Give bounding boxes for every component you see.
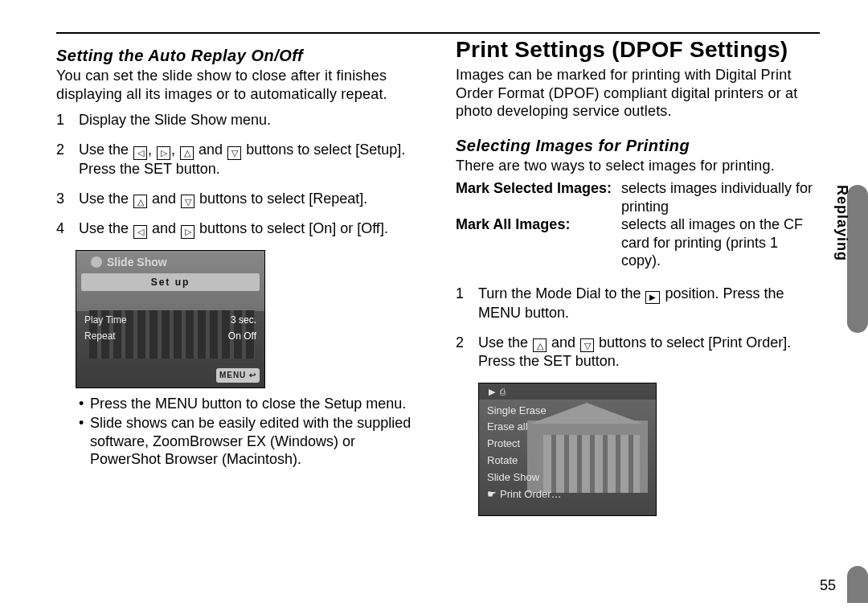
and: and: [148, 220, 180, 236]
step-2-text: Use the ◁, ▷, △ and ▽ buttons to select …: [79, 141, 422, 178]
slide-show-screenshot: Slide Show Set up Play Time3 sec. Repeat…: [76, 250, 265, 388]
r2-pre: Use the: [478, 334, 532, 351]
sep: ,: [171, 141, 179, 158]
down-triangle-icon: ▽: [580, 338, 594, 352]
scr-setup-row: Set up: [81, 273, 260, 291]
scr-menu-list: Single Erase Erase all Protect Rotate Sl…: [487, 403, 562, 503]
and: and: [547, 334, 579, 351]
step-3: 3 Use the △ and ▽ buttons to select [Rep…: [56, 190, 422, 209]
mi-erase-all: Erase all: [487, 419, 562, 436]
right-intro: Images can be marked for printing with D…: [456, 66, 821, 121]
rstep-2-text: Use the △ and ▽ buttons to select [Print…: [478, 334, 821, 371]
bullet-2-text: Slide shows can be easily edited with th…: [90, 414, 422, 469]
scr-title-text: Slide Show: [107, 256, 167, 269]
bullet-1-text: Press the MENU button to close the Setup…: [90, 395, 406, 413]
s3-pre: Use the: [79, 191, 133, 207]
def-mark-all: Mark All Images: selects all images on t…: [456, 215, 821, 270]
def2-text: selects all images on the CF card for pr…: [621, 215, 821, 270]
s4-pre: Use the: [79, 220, 133, 236]
left-bullets: •Press the MENU button to close the Setu…: [79, 395, 422, 469]
left-steps: 1 Display the Slide Show menu. 2 Use the…: [56, 111, 422, 239]
left-intro: You can set the slide show to close afte…: [56, 67, 422, 103]
step-3-text: Use the △ and ▽ buttons to select [Repea…: [79, 190, 367, 209]
scr-rep-r: On Off: [228, 328, 256, 344]
definitions: Mark Selected Images: selects images ind…: [456, 179, 821, 270]
screenshot-menu: Set up Play Time3 sec. RepeatOn Off: [81, 273, 260, 345]
right-title: Print Settings (DPOF Settings): [456, 37, 821, 63]
left-heading: Setting the Auto Replay On/Off: [56, 47, 422, 65]
down-triangle-icon: ▽: [181, 195, 194, 208]
up-triangle-icon: △: [533, 338, 547, 352]
mi-single-erase: Single Erase: [487, 403, 562, 420]
right-triangle-icon: ▷: [157, 146, 170, 160]
left-triangle-icon: ◁: [133, 225, 147, 239]
rstep-1: 1 Turn the Mode Dial to the ▶ position. …: [456, 285, 821, 322]
def2-label: Mark All Images:: [456, 215, 616, 234]
manual-page: Setting the Auto Replay On/Off You can s…: [0, 0, 868, 615]
mi-rotate: Rotate: [487, 453, 562, 469]
step-4-text: Use the ◁ and ▷ buttons to select [On] o…: [79, 219, 388, 239]
play-tab-icon: ▶ ⎙: [489, 387, 506, 397]
s3-post: buttons to select [Repeat].: [195, 191, 367, 207]
mi-protect: Protect: [487, 436, 562, 453]
right-subintro: There are two ways to select images for …: [456, 157, 821, 175]
mi-print-order: ☛Print Order…: [487, 486, 562, 503]
bullet-2: •Slide shows can be easily edited with t…: [79, 414, 422, 469]
step-2: 2 Use the ◁, ▷, △ and ▽ buttons to selec…: [56, 141, 422, 178]
mi-slide-show: Slide Show: [487, 469, 562, 486]
and: and: [194, 141, 227, 158]
rstep-1-text: Turn the Mode Dial to the ▶ position. Pr…: [478, 285, 821, 322]
mi-print-order-text: Print Order…: [500, 488, 562, 500]
scr-play-r: 3 sec.: [231, 312, 256, 328]
scr-setup-text: Set up: [151, 274, 190, 290]
up-triangle-icon: △: [133, 195, 147, 208]
right-subheading: Selecting Images for Printing: [456, 137, 821, 155]
scr-rep-l: Repeat: [84, 328, 116, 344]
projector-icon: [91, 256, 102, 268]
step-1-text: Display the Slide Show menu.: [79, 111, 271, 129]
def1-label: Mark Selected Images:: [456, 179, 616, 198]
down-triangle-icon: ▽: [227, 146, 241, 160]
top-rule: [56, 32, 820, 34]
two-column-layout: Setting the Auto Replay On/Off You can s…: [56, 47, 821, 516]
print-order-screenshot: ▶ ⎙ Single Erase Erase all Protect Rotat…: [478, 383, 657, 516]
def1-text: selects images individually for printing: [621, 179, 821, 215]
right-column: Print Settings (DPOF Settings) Images ca…: [456, 47, 821, 516]
scr-play-l: Play Time: [84, 312, 127, 328]
left-triangle-icon: ◁: [133, 146, 147, 160]
def-mark-selected: Mark Selected Images: selects images ind…: [456, 179, 821, 215]
section-tab-label: Replaying: [833, 185, 850, 261]
s2-pre: Use the: [79, 141, 133, 158]
rstep-2: 2 Use the △ and ▽ buttons to select [Pri…: [456, 334, 821, 371]
step-4: 4 Use the ◁ and ▷ buttons to select [On]…: [56, 219, 422, 239]
step-1: 1 Display the Slide Show menu.: [56, 111, 422, 129]
menu-button-hint: MENU ↩: [216, 368, 260, 383]
s4-post: buttons to select [On] or [Off].: [195, 220, 388, 236]
right-steps: 1 Turn the Mode Dial to the ▶ position. …: [456, 285, 821, 371]
and: and: [148, 191, 180, 207]
page-corner-tab: [847, 566, 868, 603]
bullet-1: •Press the MENU button to close the Setu…: [79, 395, 422, 413]
pointer-icon: ☛: [487, 488, 497, 500]
scr-playtime-row: Play Time3 sec.: [81, 312, 260, 328]
up-triangle-icon: △: [180, 146, 194, 160]
sep: ,: [148, 141, 156, 158]
r1-pre: Turn the Mode Dial to the: [478, 285, 645, 301]
play-mode-icon: ▶: [645, 291, 660, 304]
left-column: Setting the Auto Replay On/Off You can s…: [56, 47, 422, 516]
right-triangle-icon: ▷: [181, 225, 194, 239]
page-number: 55: [820, 577, 836, 594]
scr-repeat-row: RepeatOn Off: [81, 328, 260, 344]
screenshot-title: Slide Show: [91, 256, 167, 269]
